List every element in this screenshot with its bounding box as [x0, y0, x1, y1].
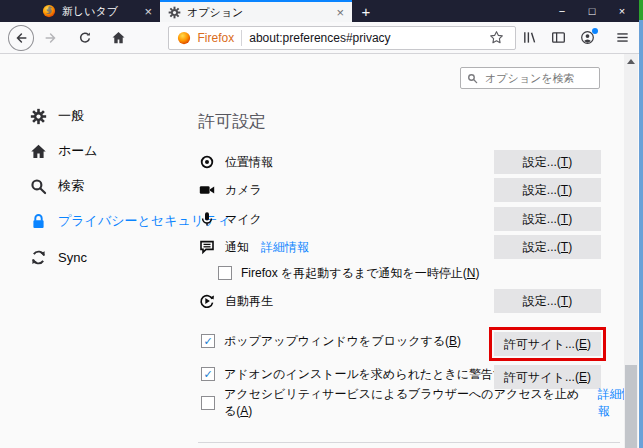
location-icon [199, 154, 215, 170]
permission-row-camera: カメラ [199, 180, 262, 200]
back-button[interactable] [8, 25, 34, 51]
home-icon [30, 143, 47, 160]
minimize-button[interactable]: − [547, 0, 577, 22]
checkbox-label: ポップアップウィンドウをブロックする(B) [224, 333, 461, 350]
preferences-content: 一般 ホーム 検索 プライバシーとセキュリティ [0, 54, 643, 448]
tab-title: 新しいタブ [62, 4, 138, 19]
notification-learn-more-link[interactable]: 詳細情報 [261, 239, 309, 256]
toolbar-icons [516, 25, 635, 51]
tab-title: オプション [187, 5, 330, 20]
hamburger-icon [615, 30, 630, 45]
close-button[interactable]: × [607, 0, 637, 22]
tab-close-icon[interactable]: × [336, 6, 344, 19]
permissions-section-title: 許可設定 [198, 110, 266, 134]
window-controls: − □ × [547, 0, 637, 22]
menu-button[interactable] [609, 25, 635, 51]
section-divider [198, 442, 620, 443]
checkbox-label: Firefox を再起動するまで通知を一時停止(N) [241, 265, 479, 282]
window-edge-artifact [639, 0, 643, 20]
sidebar-item-search[interactable]: 検索 [30, 175, 84, 197]
gear-icon [30, 108, 47, 125]
sidebar-item-sync[interactable]: Sync [30, 246, 87, 268]
sidebar-toggle-button[interactable] [545, 25, 571, 51]
tab-new-tab[interactable]: 新しいタブ × [34, 0, 160, 22]
camera-icon [199, 182, 215, 198]
forward-button[interactable] [38, 25, 64, 51]
permission-row-notifications: 通知 詳細情報 [199, 237, 309, 257]
accessibility-block-checkbox[interactable] [201, 396, 215, 410]
options-search-box [460, 67, 600, 89]
accessibility-block-row: アクセシビリティサービスによるブラウザーへのアクセスを止める(A) 詳細情報 [201, 395, 643, 411]
reload-icon [78, 31, 92, 45]
forward-arrow-icon [44, 31, 58, 45]
account-icon [580, 30, 595, 45]
account-button[interactable] [574, 25, 600, 51]
sync-icon [30, 249, 47, 266]
firefox-icon [177, 31, 191, 45]
url-separator [241, 30, 242, 46]
window-right-border [639, 20, 643, 448]
scrollbar[interactable] [624, 54, 638, 448]
gear-icon [168, 6, 181, 19]
library-icon [522, 30, 537, 45]
permission-label: カメラ [225, 182, 262, 199]
titlebar-drag-space [0, 0, 34, 22]
checkbox-label: アクセシビリティサービスによるブラウザーへのアクセスを止める(A) [224, 386, 587, 420]
addon-warn-checkbox[interactable]: ✓ [201, 367, 215, 381]
camera-settings-button[interactable]: 設定...(T) [494, 178, 601, 202]
autoplay-settings-button[interactable]: 設定...(T) [494, 289, 601, 313]
firefox-icon [42, 4, 56, 18]
navigation-toolbar: Firefox about:preferences#privacy [0, 22, 643, 54]
checkbox-label: アドオンのインストールを求められたときに警告する(W) [224, 366, 537, 383]
notification-settings-button[interactable]: 設定...(T) [494, 235, 601, 259]
maximize-button[interactable]: □ [577, 0, 607, 22]
sidebar-item-label: 一般 [58, 107, 84, 125]
permission-row-location: 位置情報 [199, 152, 273, 172]
tab-options[interactable]: オプション × [160, 0, 352, 22]
url-text: about:preferences#privacy [249, 31, 480, 45]
bookmark-star-icon [489, 30, 504, 45]
microphone-icon [199, 211, 215, 227]
permission-label: 自動再生 [225, 293, 273, 310]
location-settings-button[interactable]: 設定...(T) [494, 150, 601, 174]
autoplay-icon [199, 293, 215, 309]
library-button[interactable] [516, 25, 542, 51]
permission-label: マイク [225, 211, 262, 228]
sidebar-icon [551, 30, 566, 45]
permission-row-autoplay: 自動再生 [199, 291, 273, 311]
site-identity-label: Firefox [198, 31, 235, 45]
home-button[interactable] [106, 25, 132, 51]
permission-label: 位置情報 [225, 154, 273, 171]
notify-pause-checkbox[interactable] [218, 266, 232, 280]
permission-row-microphone: マイク [199, 209, 262, 229]
sidebar-item-label: ホーム [58, 142, 98, 160]
url-bar[interactable]: Firefox about:preferences#privacy [168, 26, 516, 50]
browser-window: 新しいタブ × オプション × + [0, 0, 643, 448]
lock-icon [30, 213, 47, 230]
scrollbar-thumb[interactable] [625, 365, 637, 448]
reload-button[interactable] [72, 25, 98, 51]
bookmark-button[interactable] [487, 28, 507, 48]
popup-block-row: ✓ ポップアップウィンドウをブロックする(B) [201, 333, 461, 349]
popup-allow-sites-button[interactable]: 許可サイト...(E) [494, 332, 601, 356]
title-bar: 新しいタブ × オプション × + [0, 0, 643, 22]
popup-block-checkbox[interactable]: ✓ [201, 334, 215, 348]
sidebar-item-general[interactable]: 一般 [30, 105, 84, 127]
back-arrow-icon [14, 31, 28, 45]
permission-label: 通知 [225, 239, 249, 256]
search-icon [30, 178, 47, 195]
sidebar-item-label: 検索 [58, 177, 84, 195]
microphone-settings-button[interactable]: 設定...(T) [494, 207, 601, 231]
tab-close-icon[interactable]: × [144, 5, 152, 18]
sidebar-item-home[interactable]: ホーム [30, 140, 98, 162]
new-tab-button[interactable]: + [352, 0, 380, 22]
notification-icon [199, 239, 215, 255]
sidebar-item-label: Sync [58, 250, 87, 265]
notify-pause-row: Firefox を再起動するまで通知を一時停止(N) [218, 265, 479, 281]
addon-warn-row: ✓ アドオンのインストールを求められたときに警告する(W) [201, 366, 537, 382]
scroll-up-arrow-icon[interactable] [627, 59, 635, 64]
home-icon [111, 30, 126, 45]
options-search-input[interactable] [461, 68, 599, 88]
